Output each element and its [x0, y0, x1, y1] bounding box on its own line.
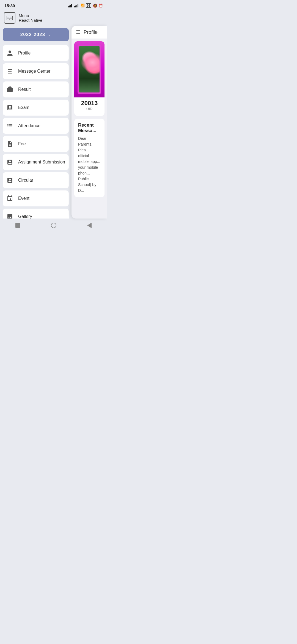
sidebar-item-assignment-submission[interactable]: Assignment Submission: [3, 154, 69, 170]
year-chevron-icon: ⌄: [48, 32, 51, 37]
stop-icon: [15, 223, 20, 228]
menu-toggle-icon[interactable]: ⌄: [4, 12, 15, 24]
status-time: 15:30: [4, 3, 15, 8]
alarm-icon: ⏰: [98, 4, 103, 8]
recent-messages-title: Recent Messa...: [78, 122, 101, 133]
battery-icon: 36: [86, 3, 91, 8]
profile-page-title: Profile: [84, 29, 98, 35]
hamburger-icon[interactable]: ☰: [76, 29, 80, 35]
year-selector[interactable]: 2022-2023 ⌄: [3, 28, 69, 41]
attendance-icon: [6, 121, 14, 130]
rose-visual: [79, 46, 100, 92]
sidebar-item-profile-label: Profile: [18, 51, 31, 56]
year-label: 2022-2023: [20, 32, 45, 37]
sidebar-item-attendance[interactable]: Attendance: [3, 118, 69, 134]
profile-uid-section: 20013 UID: [74, 97, 105, 113]
profile-image-container: [74, 41, 105, 97]
nav-home-button[interactable]: [49, 221, 58, 230]
main-layout: 2022-2023 ⌄ Profile Message Center Resul…: [0, 26, 107, 219]
bottom-nav: [0, 219, 107, 232]
nav-back-button[interactable]: [85, 221, 94, 230]
sidebar-item-gallery[interactable]: Gallery: [3, 209, 69, 219]
sidebar-item-fee[interactable]: Fee: [3, 136, 69, 152]
home-icon: [51, 223, 56, 228]
sidebar-item-assignment-label: Assignment Submission: [18, 160, 65, 165]
sidebar-item-result[interactable]: Result: [3, 81, 69, 97]
profile-page-header: ☰ Profile: [72, 26, 107, 39]
fee-icon: [6, 140, 14, 148]
sidebar-item-fee-label: Fee: [18, 141, 26, 146]
recent-messages-card: Recent Messa... Dear Parents, Plea... of…: [74, 119, 105, 197]
header-texts: Menu React Native: [19, 13, 42, 23]
sidebar-item-circular-label: Circular: [18, 178, 33, 183]
assignment-icon: [6, 158, 14, 167]
sidebar-item-exam-label: Exam: [18, 105, 29, 110]
signal-icon-2: [74, 4, 78, 7]
sidebar-item-event[interactable]: Event: [3, 190, 69, 206]
megaphone-icon: [6, 67, 14, 76]
sidebar-item-circular[interactable]: Circular: [3, 172, 69, 188]
wifi-icon: 📶: [81, 4, 85, 7]
app-header: ⌄ Menu React Native: [0, 10, 107, 26]
status-icons: 📶 36 🔕 ⏰: [68, 3, 103, 8]
signal-icon-1: [68, 4, 72, 7]
sidebar-item-message-center[interactable]: Message Center: [3, 63, 69, 79]
recent-messages-text: Dear Parents, Plea... official mobile ap…: [78, 136, 101, 193]
header-app-label: React Native: [19, 18, 42, 23]
profile-card: 20013 UID: [74, 41, 105, 116]
circular-icon: [6, 176, 14, 185]
status-bar: 15:30 📶 36 🔕 ⏰: [0, 0, 107, 10]
sidebar-item-attendance-label: Attendance: [18, 123, 40, 128]
profile-photo: [79, 46, 100, 92]
sidebar-item-event-label: Event: [18, 196, 29, 201]
exam-icon: [6, 103, 14, 112]
sidebar-item-gallery-label: Gallery: [18, 214, 32, 219]
result-icon: [6, 85, 14, 94]
sidebar-item-message-center-label: Message Center: [18, 69, 50, 74]
uid-label: UID: [76, 107, 102, 111]
nav-stop-button[interactable]: [13, 221, 23, 230]
right-panel: ☰ Profile 20013 UID Recent Messa... Dear…: [72, 26, 107, 219]
back-icon: [87, 223, 92, 228]
profile-photo-frame: [78, 45, 101, 94]
event-icon: [6, 194, 14, 203]
notification-icon: 🔕: [93, 4, 97, 8]
sidebar: 2022-2023 ⌄ Profile Message Center Resul…: [0, 26, 72, 219]
profile-icon: [6, 49, 14, 58]
sidebar-item-profile[interactable]: Profile: [3, 45, 69, 61]
sidebar-item-exam[interactable]: Exam: [3, 100, 69, 116]
header-menu-label: Menu: [19, 13, 42, 18]
uid-number: 20013: [76, 100, 102, 107]
sidebar-item-result-label: Result: [18, 87, 31, 92]
gallery-icon: [6, 212, 14, 219]
